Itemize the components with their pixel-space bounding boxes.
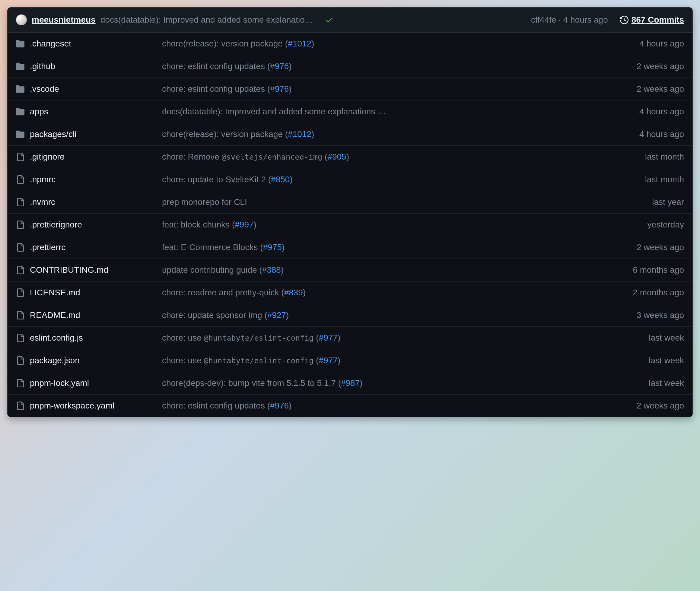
- commit-message-suffix: ): [289, 62, 292, 71]
- commit-sha[interactable]: cff44fe: [531, 15, 556, 24]
- commit-message-cell: update contributing guide (#388): [162, 264, 618, 276]
- pr-link[interactable]: #905: [327, 152, 346, 161]
- pr-link[interactable]: #850: [271, 175, 290, 184]
- commit-message-link[interactable]: chore: update to SvelteKit 2 (: [162, 175, 271, 184]
- file-name-cell: pnpm-lock.yaml: [30, 377, 156, 389]
- file-name-link[interactable]: apps: [30, 107, 48, 116]
- commit-message-suffix: ): [360, 378, 362, 388]
- commit-message-cell: prep monorepo for CLI: [162, 196, 618, 208]
- file-name-cell: .vscode: [30, 83, 156, 95]
- commit-message-link[interactable]: chore(release): version package (: [162, 39, 288, 48]
- commit-title[interactable]: docs(datatable): Improved and added some…: [101, 14, 318, 26]
- commit-message-link[interactable]: chore: eslint config updates (: [162, 401, 270, 410]
- file-name-link[interactable]: LICENSE.md: [30, 288, 80, 297]
- file-icon: [16, 288, 24, 297]
- file-name-link[interactable]: .changeset: [30, 39, 71, 48]
- file-icon: [16, 311, 24, 320]
- file-name-cell: .github: [30, 60, 156, 73]
- file-name-link[interactable]: .npmrc: [30, 175, 56, 184]
- file-icon: [16, 243, 24, 252]
- commit-time: 4 hours ago: [563, 15, 608, 24]
- pr-link[interactable]: #975: [263, 243, 282, 252]
- pr-link[interactable]: #1012: [288, 39, 311, 48]
- file-icon: [16, 175, 24, 184]
- file-name-link[interactable]: .gitignore: [30, 152, 65, 161]
- commit-message-link[interactable]: prep monorepo for CLI: [162, 197, 247, 207]
- pr-link[interactable]: #976: [270, 84, 289, 93]
- commit-message-link[interactable]: update contributing guide (: [162, 265, 262, 274]
- author-link[interactable]: meeusnietmeus: [32, 14, 96, 26]
- file-name-cell: .nvmrc: [30, 196, 156, 208]
- commit-message-link[interactable]: docs(datatable): Improved and added some…: [162, 107, 386, 116]
- commit-message-link[interactable]: chore: use @huntabyte/eslint-config (: [162, 333, 319, 342]
- file-name-cell: .changeset: [30, 38, 156, 50]
- file-icon: [16, 402, 24, 410]
- last-modified: 4 hours ago: [624, 38, 684, 50]
- pr-link[interactable]: #977: [319, 356, 338, 365]
- file-name-link[interactable]: pnpm-workspace.yaml: [30, 401, 114, 410]
- file-name-cell: CONTRIBUTING.md: [30, 264, 156, 276]
- commit-message-link[interactable]: chore: use @huntabyte/eslint-config (: [162, 356, 319, 365]
- file-name-link[interactable]: CONTRIBUTING.md: [30, 265, 108, 274]
- last-modified: 3 weeks ago: [624, 309, 684, 322]
- commit-message-cell: docs(datatable): Improved and added some…: [162, 105, 618, 118]
- file-name-link[interactable]: .nvmrc: [30, 197, 55, 207]
- pr-link[interactable]: #388: [262, 265, 281, 274]
- pr-link[interactable]: #977: [319, 333, 338, 342]
- file-name-link[interactable]: .vscode: [30, 84, 59, 93]
- pr-link[interactable]: #976: [270, 401, 289, 410]
- folder-icon: [16, 130, 24, 138]
- file-name-cell: .npmrc: [30, 173, 156, 186]
- file-name-link[interactable]: packages/cli: [30, 129, 76, 139]
- pr-link[interactable]: #1012: [288, 129, 311, 139]
- pr-link[interactable]: #987: [341, 378, 360, 388]
- commit-message-link[interactable]: chore: update sponsor img (: [162, 311, 267, 320]
- file-icon: [16, 356, 24, 365]
- last-modified: last week: [624, 332, 684, 344]
- avatar[interactable]: [16, 14, 27, 25]
- file-name-cell: apps: [30, 105, 156, 118]
- file-list: .changesetchore(release): version packag…: [8, 32, 692, 417]
- commit-message-link[interactable]: chore(deps-dev): bump vite from 5.1.5 to…: [162, 378, 341, 388]
- file-icon: [16, 198, 24, 206]
- commit-message-link[interactable]: chore: readme and pretty-quick (: [162, 288, 284, 297]
- file-name-link[interactable]: .prettierignore: [30, 220, 82, 229]
- last-modified: 2 months ago: [624, 286, 684, 299]
- table-row: .prettierignorefeat: block chunks (#997)…: [8, 214, 692, 236]
- table-row: pnpm-workspace.yamlchore: eslint config …: [8, 395, 692, 417]
- last-modified: 4 hours ago: [624, 105, 684, 118]
- last-modified: 2 weeks ago: [624, 60, 684, 73]
- file-name-link[interactable]: .github: [30, 62, 55, 71]
- commits-link[interactable]: 867 Commits: [620, 14, 684, 26]
- pr-link[interactable]: #927: [267, 311, 286, 320]
- pr-link[interactable]: #839: [284, 288, 303, 297]
- file-name-link[interactable]: pnpm-lock.yaml: [30, 378, 89, 388]
- commit-message-cell: feat: block chunks (#997): [162, 218, 618, 231]
- commit-message-link[interactable]: feat: E-Commerce Blocks (: [162, 243, 263, 252]
- last-modified: 6 months ago: [624, 264, 684, 276]
- commit-message-link[interactable]: chore(release): version package (: [162, 129, 288, 139]
- pr-link[interactable]: #997: [235, 220, 253, 229]
- file-name-link[interactable]: package.json: [30, 356, 80, 365]
- commits-label: Commits: [645, 15, 684, 24]
- commit-message-suffix: ): [254, 220, 256, 229]
- commit-sha-time[interactable]: cff44fe · 4 hours ago: [531, 14, 608, 26]
- commit-message-link[interactable]: chore: Remove @sveltejs/enhanced-img (: [162, 152, 327, 161]
- file-name-cell: .prettierrc: [30, 241, 156, 254]
- file-browser-panel: meeusnietmeus docs(datatable): Improved …: [7, 7, 693, 417]
- file-name-link[interactable]: .prettierrc: [30, 243, 65, 252]
- latest-commit-header: meeusnietmeus docs(datatable): Improved …: [8, 8, 692, 32]
- commit-message-link[interactable]: chore: eslint config updates (: [162, 62, 270, 71]
- commit-message-link[interactable]: feat: block chunks (: [162, 220, 235, 229]
- commit-message-cell: chore: eslint config updates (#976): [162, 83, 618, 95]
- commit-message-text: docs(datatable): Improved and added some…: [101, 15, 318, 24]
- commit-message-suffix: ): [281, 265, 283, 274]
- checks-success-icon[interactable]: [325, 16, 333, 24]
- last-modified: last week: [624, 354, 684, 367]
- file-icon: [16, 220, 24, 229]
- table-row: .vscodechore: eslint config updates (#97…: [8, 78, 692, 101]
- file-name-link[interactable]: README.md: [30, 311, 80, 320]
- commit-message-link[interactable]: chore: eslint config updates (: [162, 84, 270, 93]
- pr-link[interactable]: #976: [270, 62, 289, 71]
- file-name-link[interactable]: eslint.config.js: [30, 333, 83, 342]
